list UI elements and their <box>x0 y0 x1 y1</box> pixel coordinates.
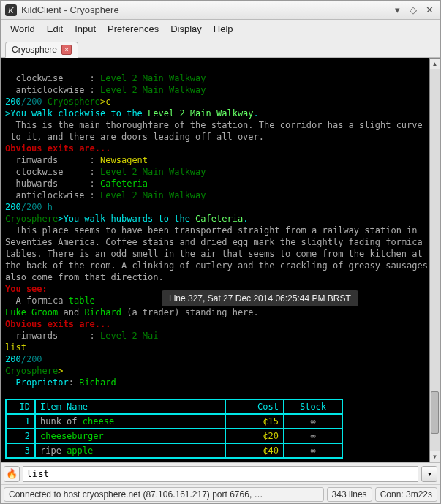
send-icon[interactable]: 🔥 <box>4 466 20 482</box>
titlebar: K KildClient - Cryosphere ▾ ◇ ✕ <box>1 1 440 20</box>
table-row: 4chicken sandwich¢20∞ <box>6 458 342 459</box>
menu-help[interactable]: Help <box>208 22 238 36</box>
status-connection: Connected to host cryosphere.net (87.106… <box>4 487 324 502</box>
minimize-button[interactable]: ▾ <box>391 4 404 17</box>
tab-cryosphere[interactable]: Cryosphere × <box>5 42 78 58</box>
tab-close-icon[interactable]: × <box>61 45 72 55</box>
input-bar: 🔥 ▾ <box>1 462 440 484</box>
history-dropdown[interactable]: ▾ <box>421 466 437 482</box>
menu-display[interactable]: Display <box>165 22 207 36</box>
menu-preferences[interactable]: Preferences <box>102 22 164 36</box>
status-conn-time: Conn: 3m22s <box>375 487 437 502</box>
table-row: 1hunk of cheese¢15∞ <box>6 414 342 429</box>
menubar: World Edit Input Preferences Display Hel… <box>1 20 440 37</box>
tabstrip: Cryosphere × <box>1 37 440 58</box>
close-button[interactable]: ✕ <box>423 4 436 17</box>
scroll-up-arrow-icon[interactable]: ▲ <box>430 59 440 69</box>
window-title: KildClient - Cryosphere <box>21 4 388 15</box>
menu-edit[interactable]: Edit <box>42 22 68 36</box>
app-logo: K <box>5 4 17 16</box>
terminal-output[interactable]: clockwise : Level 2 Main Walkway anticlo… <box>5 61 439 459</box>
terminal-scrollbar[interactable]: ▲ ▼ <box>429 58 440 462</box>
statusbar: Connected to host cryosphere.net (87.106… <box>1 484 440 503</box>
tab-label: Cryosphere <box>12 45 57 55</box>
maximize-button[interactable]: ◇ <box>407 4 420 17</box>
table-row: 2cheeseburger¢20∞ <box>6 429 342 443</box>
scroll-thumb[interactable] <box>431 391 439 434</box>
menu-input[interactable]: Input <box>69 22 101 36</box>
command-input[interactable] <box>23 466 418 482</box>
scroll-track[interactable] <box>430 69 440 451</box>
scroll-down-arrow-icon[interactable]: ▼ <box>430 451 440 462</box>
terminal-area: clockwise : Level 2 Main Walkway anticlo… <box>1 58 440 462</box>
table-row: 3ripe apple¢40∞ <box>6 443 342 458</box>
shop-table-body: IDItem NameCostStock 1hunk of cheese¢15∞… <box>5 399 343 459</box>
menu-world[interactable]: World <box>5 22 40 36</box>
status-lines: 343 lines <box>327 487 372 502</box>
line-tooltip: Line 327, Sat 27 Dec 2014 06:25:44 PM BR… <box>162 290 358 306</box>
